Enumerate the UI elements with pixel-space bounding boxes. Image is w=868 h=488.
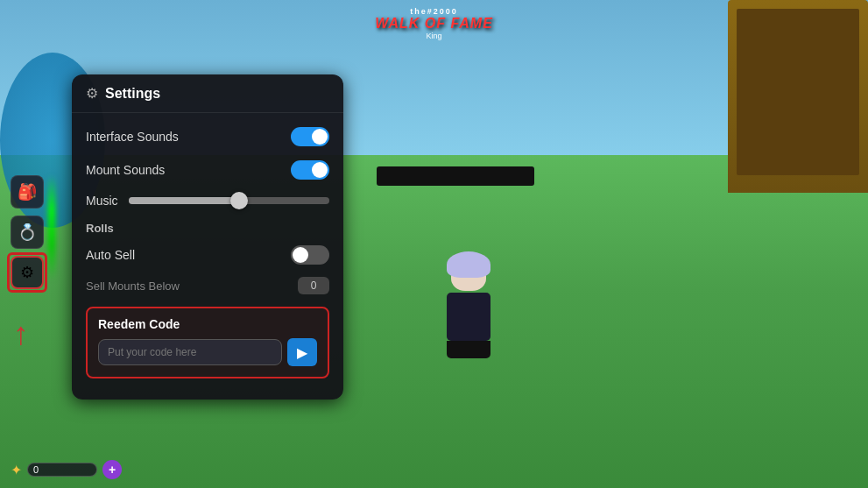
redeem-arrow-icon: ▶ [297, 344, 307, 361]
sidebar-icon-backpack[interactable]: 🎒 [11, 175, 44, 209]
currency-bar: 0 [27, 463, 97, 477]
bottom-bar: ✦ 0 + [11, 460, 122, 479]
arrow-indicator: ↑ [13, 315, 29, 352]
sidebar-icon-ring[interactable]: 💍 [11, 216, 44, 249]
currency-value: 0 [33, 464, 39, 475]
char-head [451, 260, 486, 291]
char-legs [447, 341, 490, 358]
sell-mounts-label: Sell Mounts Below [86, 279, 180, 293]
auto-sell-label: Auto Sell [86, 248, 135, 262]
auto-sell-row: Auto Sell [86, 238, 329, 272]
music-slider-fill [129, 197, 239, 204]
title-main: WALK OF FAME [375, 16, 493, 32]
settings-gear-icon: ⚙ [86, 85, 98, 102]
toggle-knob [312, 129, 328, 145]
sidebar-icon-settings[interactable]: ⚙ [11, 256, 44, 289]
player-label: King [375, 32, 493, 40]
settings-header: ⚙ Settings [72, 74, 343, 113]
music-slider-knob[interactable] [230, 192, 248, 209]
interface-sounds-toggle[interactable] [291, 127, 329, 146]
toggle-knob [312, 162, 328, 178]
mount-sounds-label: Mount Sounds [86, 163, 165, 177]
settings-panel: ⚙ Settings Interface Sounds Mount Sounds… [72, 74, 343, 400]
black-bar [377, 166, 534, 186]
game-title: the#2000 WALK OF FAME King [375, 7, 493, 40]
add-currency-button[interactable]: + [102, 460, 122, 479]
sidebar: 🎒 💍 ⚙ [11, 175, 44, 289]
auto-sell-toggle[interactable] [291, 245, 329, 265]
settings-body: Interface Sounds Mount Sounds Music Roll… [72, 113, 343, 385]
rolls-section-label: Rolls [86, 215, 329, 238]
settings-title: Settings [105, 86, 160, 102]
laser-effect [48, 175, 55, 280]
redeem-submit-button[interactable]: ▶ [287, 338, 317, 366]
structure-right [728, 0, 868, 193]
toggle-knob [293, 247, 308, 263]
interface-sounds-row: Interface Sounds [86, 120, 329, 153]
title-small: the#2000 [375, 7, 493, 16]
redeem-title: Reedem Code [98, 317, 317, 331]
char-body [447, 293, 490, 341]
redeem-section: Reedem Code ▶ [86, 307, 329, 378]
redeem-input-row: ▶ [98, 338, 317, 366]
mount-sounds-row: Mount Sounds [86, 153, 329, 187]
redeem-code-input[interactable] [98, 339, 282, 365]
sell-mounts-row: Sell Mounts Below 0 [86, 272, 329, 300]
interface-sounds-label: Interface Sounds [86, 130, 179, 144]
music-row: Music [86, 187, 329, 215]
mount-sounds-toggle[interactable] [291, 160, 329, 180]
music-slider-track [129, 197, 329, 204]
star-icon: ✦ [11, 462, 22, 478]
sell-mounts-value: 0 [298, 277, 329, 294]
music-slider-container[interactable] [129, 197, 329, 204]
player-character [438, 260, 499, 348]
char-hair [447, 251, 490, 278]
music-label: Music [86, 194, 118, 208]
